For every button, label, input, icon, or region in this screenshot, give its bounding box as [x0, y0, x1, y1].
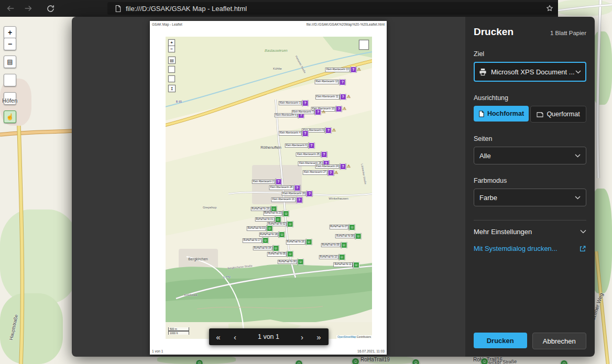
landscape-icon: [537, 112, 543, 117]
cache-marker-label: Klein Abenteuerin 13: [325, 68, 349, 72]
question-mark-icon: ?: [275, 179, 281, 185]
panel-buttons: Drucken Abbrechen: [474, 333, 586, 349]
cache-marker-mystery: Klein Abenteuerin 21?: [271, 197, 302, 203]
first-page-button[interactable]: «: [210, 329, 227, 344]
question-mark-icon: ?: [307, 191, 313, 197]
cache-marker-found: RoHaTrail Nr.06☺: [278, 259, 304, 265]
refresh-button[interactable]: [43, 2, 58, 15]
portrait-button[interactable]: Hochformat: [474, 106, 529, 122]
cache-marker-label: RoHaTrail Nr.16: [286, 240, 305, 244]
page-header-title: GSAK Map - Leaflet: [152, 23, 182, 26]
warning-triangle-icon: ⚠: [334, 171, 338, 175]
portrait-icon: [478, 111, 484, 117]
cache-marker-label: Klein Abenteuerin 27: [303, 170, 327, 174]
cache-marker-label: Klein Abenteuerin 11: [315, 95, 340, 99]
cache-marker-found: RoHaTrail Nr.17☺: [243, 237, 269, 244]
preview-place-label: Bastauwiesen: [265, 49, 288, 52]
cache-marker-found: RoHaTrail Nr.16☺: [286, 239, 312, 245]
chevron-down-icon: [580, 229, 586, 234]
smiley-icon: ☺: [287, 251, 293, 257]
print-preview-area: GSAK Map - Leaflet file:///D:/GSAK/GSAK%…: [72, 17, 465, 357]
preview-place-label: B 65: [176, 100, 182, 103]
warning-triangle-icon: ⚠: [347, 164, 351, 169]
geocache-marker[interactable]: ☺: [352, 358, 359, 364]
dialog-title: Drucken: [474, 26, 513, 38]
cache-marker-label: Klein Abenteuerin 28: [269, 185, 293, 190]
geocache-marker[interactable]: ☺: [412, 359, 420, 364]
orientation-segment: Hochformat Querformat: [474, 106, 586, 123]
zoom-in-button[interactable]: +: [4, 26, 16, 39]
url-text: file:///D:/GSAK/GSAK Map - Leaflet.html: [126, 5, 541, 13]
address-bar[interactable]: file:///D:/GSAK/GSAK Map - Leaflet.html: [107, 2, 558, 15]
geocache-marker[interactable]: ☺: [195, 359, 203, 364]
smiley-icon: ☺: [349, 224, 355, 230]
overlay-toggle-1[interactable]: [4, 74, 16, 86]
pages-label: Seiten: [474, 135, 586, 142]
layers-control-button[interactable]: ▤: [4, 56, 16, 68]
cache-marker-label: RoHaTrail Nr.23: [263, 211, 282, 215]
geocache-marker[interactable]: ☺: [295, 360, 303, 364]
preview-overlay-toggle-1: [168, 66, 175, 73]
cache-marker-mystery: Klein Abenteuerin 2?: [252, 179, 281, 185]
cache-marker-found: RoHaTrail Nr.08☺: [335, 233, 362, 239]
system-dialog-link[interactable]: Mit Systemdialog drucken...: [474, 245, 586, 252]
cache-marker-found: RoHaTrail Nr.07☺: [329, 224, 355, 230]
destination-select[interactable]: Microsoft XPS Document ...: [474, 62, 586, 82]
cache-marker-found: RoHaTrail Nr.10☺: [319, 254, 345, 260]
pan-hand-button[interactable]: ☝: [4, 111, 16, 123]
sheet-count: 1 Blatt Papier: [550, 30, 586, 36]
question-mark-icon: ?: [321, 151, 327, 158]
warning-triangle-icon: ⚠: [343, 107, 346, 111]
cache-marker-found: RoHaTrail Nr.09☺: [321, 242, 347, 248]
color-mode-select[interactable]: Farbe: [474, 189, 586, 206]
previous-page-button[interactable]: ‹: [227, 329, 244, 344]
more-settings-toggle[interactable]: Mehr Einstellungen: [474, 220, 586, 242]
cache-marker-label: Klein Abenteuerin 21: [271, 197, 296, 202]
color-mode-value: Farbe: [479, 194, 497, 202]
minus-icon: −: [170, 47, 173, 51]
cache-marker-mystery: Klein Abenteuerin 12?: [314, 79, 345, 85]
preview-place-label: Köhlte: [273, 67, 282, 70]
landscape-button[interactable]: Querformat: [530, 106, 586, 123]
print-button[interactable]: Drucken: [474, 333, 527, 348]
plus-icon: +: [8, 28, 12, 37]
pages-select[interactable]: Alle: [474, 147, 586, 164]
smiley-icon: ☺: [263, 237, 269, 244]
cache-marker-mystery: Klein Abenteuerin 28?: [269, 185, 300, 191]
export-icon: ↥: [170, 86, 174, 91]
warning-triangle-icon: ⚠: [357, 68, 360, 72]
cache-marker-label: RoHaTrail Nr.11: [333, 262, 352, 267]
favorite-star-icon[interactable]: [545, 4, 554, 13]
preview-map: + − ▤ ↥ 500 m 1000 ft OpenStreetMap Cont…: [166, 37, 372, 339]
cache-marker-mystery: Klein Abenteuerin 11?⚠: [315, 94, 351, 100]
geocache-marker[interactable]: ☺: [560, 360, 568, 364]
cache-marker-label: RoHaTrail Nr.06: [278, 260, 297, 264]
osm-link: OpenStreetMap: [337, 335, 356, 338]
smiley-icon: ☺: [305, 239, 312, 245]
smiley-icon: ☺: [279, 231, 285, 238]
smiley-icon: ☺: [341, 242, 347, 248]
last-page-button[interactable]: »: [311, 329, 327, 344]
page-footer: 1 von 1 16.07.2021, 11:03: [152, 349, 385, 353]
geocache-marker[interactable]: ☺: [480, 358, 488, 364]
smiley-icon: ☺: [266, 225, 272, 231]
cache-marker-found: RoHaTrail Nr.03☺: [247, 225, 273, 231]
map-attribution: OpenStreetMap Contributors: [336, 335, 372, 339]
back-button[interactable]: [3, 2, 18, 15]
cache-marker-mystery: Klein Abenteuerin 7?⚠: [291, 109, 325, 115]
cache-marker-label: RoHaTrail Nr.09: [321, 243, 341, 247]
cache-marker-label: Klein Abenteuerin 25: [296, 152, 320, 157]
cache-marker-label: Klein Abenteuerin 20: [281, 192, 305, 196]
smiley-icon: ☺: [298, 259, 304, 265]
forward-button[interactable]: [21, 2, 36, 15]
smiley-icon: ☺: [283, 211, 289, 217]
cache-marker-label: Klein Abenteuerin 6: [285, 144, 308, 148]
cache-marker-label: Klein Abenteuerin 24: [315, 164, 339, 169]
zoom-out-button[interactable]: −: [4, 38, 16, 50]
next-page-button[interactable]: ›: [294, 329, 311, 344]
smiley-icon: ☺: [272, 245, 279, 251]
cancel-button[interactable]: Abbrechen: [532, 333, 587, 349]
cache-marker-mystery: Klein Abenteuerin 25?: [296, 151, 327, 158]
cache-marker-label: Klein Abenteuerin 3: [279, 101, 302, 105]
question-mark-icon: ?: [302, 130, 308, 137]
